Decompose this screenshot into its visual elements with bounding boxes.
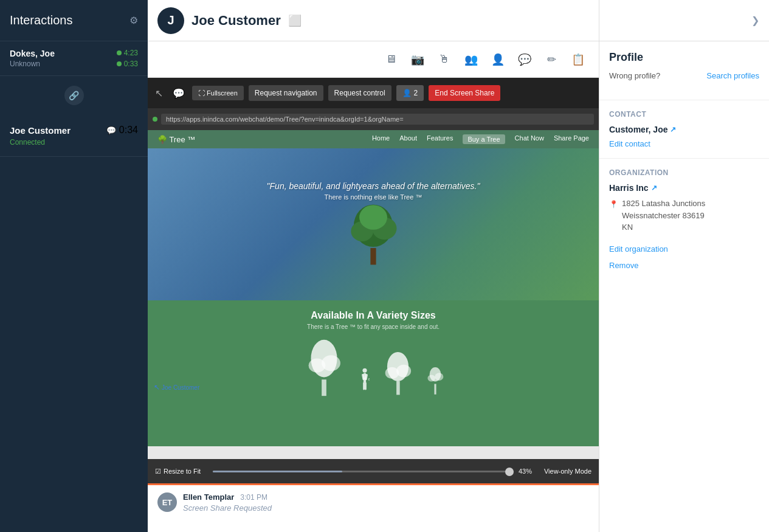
right-panel-top: ❯: [599, 0, 769, 41]
pop-out-icon[interactable]: ⬜: [288, 14, 302, 27]
main-panel: J Joe Customer ⬜ 🖥 📷 🖱 👥 👤 💬 ✏ 📋 ↖ 💬 ⛶ F…: [148, 0, 599, 532]
org-address: 📍 1825 Latasha Junctions Weissnatchester…: [609, 198, 759, 233]
screen-share-icon[interactable]: 🖥: [380, 49, 402, 71]
active-contact-item[interactable]: Joe Customer 💬 0:34 Connected: [0, 115, 148, 157]
wrong-profile-text: Wrong profile?: [609, 71, 660, 80]
fullscreen-button[interactable]: ⛶ Fullscreen: [192, 86, 244, 100]
top-bar: J Joe Customer ⬜: [148, 0, 599, 41]
contact-section: Contact Customer, Joe ↗ Edit contact: [599, 100, 769, 159]
desktop-icon[interactable]: 🖱: [433, 49, 455, 71]
svg-rect-5: [322, 379, 326, 396]
tree-nav-features[interactable]: Features: [427, 134, 453, 144]
collapse-button[interactable]: ❯: [751, 15, 759, 26]
org-section-label: Organization: [609, 168, 759, 177]
contact-external-link-icon[interactable]: ↗: [670, 125, 676, 134]
org-section: Organization Harris Inc ↗ 📍 1825 Latasha…: [599, 159, 769, 280]
org-address-line2: Weissnatchester 83619: [622, 210, 705, 222]
zoom-slider[interactable]: 43%: [213, 468, 532, 475]
list-item[interactable]: Dokes, Joe Unknown 4:23 0:33: [0, 41, 148, 76]
search-profiles-link[interactable]: Search profiles: [706, 71, 759, 80]
contact-sub-dokes: Unknown: [10, 60, 55, 68]
avatar: J: [157, 7, 184, 34]
green-section-title: Available In A Variety Sizes: [311, 310, 435, 321]
tree-nav-chat[interactable]: Chat Now: [515, 134, 544, 144]
sidebar-title: Interactions: [10, 13, 72, 27]
svg-text:6ʰ: 6ʰ: [368, 378, 369, 381]
request-navigation-button[interactable]: Request navigation: [249, 85, 323, 101]
contact-name-header: Joe Customer: [191, 13, 281, 29]
gear-icon[interactable]: ⚙: [129, 15, 138, 26]
tree-nav-links: Home About Features Buy a Tree Chat Now …: [372, 134, 589, 144]
tree-nav-home[interactable]: Home: [372, 134, 390, 144]
edit-contact-link[interactable]: Edit contact: [609, 139, 759, 148]
profile-section: Profile Wrong profile? Search profiles: [599, 41, 769, 100]
customer-cursor: ↖ Joe Customer: [154, 383, 199, 392]
video-icon[interactable]: 📷: [407, 49, 429, 71]
edit-icon[interactable]: ✏: [540, 49, 562, 71]
edit-org-link[interactable]: Edit organization: [609, 244, 759, 254]
participants-button[interactable]: 👤 2: [396, 85, 424, 101]
ssl-indicator: [153, 117, 157, 122]
screen-share-container: ↖ 💬 ⛶ Fullscreen Request navigation Requ…: [148, 78, 599, 532]
website-content: 🌳 Tree ™ Home About Features Buy a Tree …: [148, 130, 599, 459]
active-time-badge: 💬 0:34: [106, 125, 138, 136]
chat-nav-icon[interactable]: 💬: [170, 85, 187, 102]
svg-rect-16: [396, 381, 400, 395]
url-display: https://apps.inindca.com/webchat/demo/Tr…: [161, 114, 594, 125]
tree-website-nav: 🌳 Tree ™ Home About Features Buy a Tree …: [148, 130, 599, 148]
status-dot-2: [117, 61, 122, 66]
link-icon: 🔗: [64, 86, 84, 105]
tree-logo: 🌳 Tree ™: [157, 135, 195, 144]
contact-name-link[interactable]: Customer, Joe ↗: [609, 125, 759, 134]
tree-nav-about[interactable]: About: [399, 134, 417, 144]
flower-svg: [426, 365, 444, 398]
slider-thumb[interactable]: [505, 468, 514, 476]
cursor-icon[interactable]: ↖: [153, 85, 165, 102]
calendar-icon[interactable]: 📋: [567, 49, 589, 71]
zoom-percentage: 43%: [519, 468, 532, 475]
time-badge-2: 0:33: [117, 60, 138, 68]
view-mode-label: View-only Mode: [544, 468, 591, 475]
org-address-line1: 1825 Latasha Junctions: [622, 198, 705, 210]
remove-org-link[interactable]: Remove: [609, 261, 759, 270]
org-external-link-icon[interactable]: ↗: [651, 184, 657, 192]
slider-track: [213, 471, 514, 472]
request-control-button[interactable]: Request control: [328, 85, 391, 101]
profile-title: Profile: [609, 51, 759, 64]
resize-checkbox[interactable]: ☑ Resize to Fit: [155, 468, 201, 475]
link-divider: 🔗: [0, 76, 148, 115]
org-name-link[interactable]: Harris Inc ↗: [609, 183, 759, 193]
wrong-profile-row: Wrong profile? Search profiles: [609, 71, 759, 80]
svg-rect-20: [434, 384, 436, 394]
active-contact-name: Joe Customer: [10, 125, 71, 136]
chat-header: Ellen Templar 3:01 PM: [183, 492, 589, 502]
hero-section: "Fun, beautiful, and lightyears ahead of…: [148, 148, 599, 300]
svg-point-9: [362, 368, 367, 373]
cursor-arrow-icon: ↖: [154, 383, 160, 392]
top-bar-left: J Joe Customer ⬜: [157, 7, 302, 34]
location-icon: 📍: [609, 199, 618, 233]
users-icon[interactable]: 👥: [460, 49, 482, 71]
website-preview: 🌳 Tree ™ Home About Features Buy a Tree …: [148, 130, 599, 459]
sidebar: Interactions ⚙ Dokes, Joe Unknown 4:23 0…: [0, 0, 148, 532]
quote-icon[interactable]: 💬: [514, 49, 536, 71]
hero-sub: There is nothing else like Tree ™: [325, 193, 422, 201]
person-icon[interactable]: 👤: [487, 49, 509, 71]
tree-nav-share[interactable]: Share Page: [554, 134, 589, 144]
green-section: Available In A Variety Sizes There is a …: [148, 300, 599, 446]
bottom-bar: ☑ Resize to Fit 43% View-only Mode: [148, 459, 599, 483]
chat-message-text: Screen Share Requested: [183, 503, 589, 513]
tree-nav-buy[interactable]: Buy a Tree: [463, 134, 505, 144]
chat-content: Ellen Templar 3:01 PM Screen Share Reque…: [183, 492, 589, 513]
time-badge-1: 4:23: [117, 49, 138, 57]
chat-timestamp: 3:01 PM: [240, 493, 267, 502]
status-dot: [117, 50, 122, 55]
sidebar-header: Interactions ⚙: [0, 0, 148, 41]
end-screen-share-button[interactable]: End Screen Share: [429, 85, 500, 101]
medium-tree-svg: [384, 350, 412, 398]
svg-point-23: [435, 373, 443, 381]
svg-point-4: [359, 205, 387, 229]
svg-rect-13: [363, 382, 365, 390]
trees-illustration-row: 6ʰ: [303, 337, 444, 398]
url-bar: https://apps.inindca.com/webchat/demo/Tr…: [148, 108, 599, 130]
